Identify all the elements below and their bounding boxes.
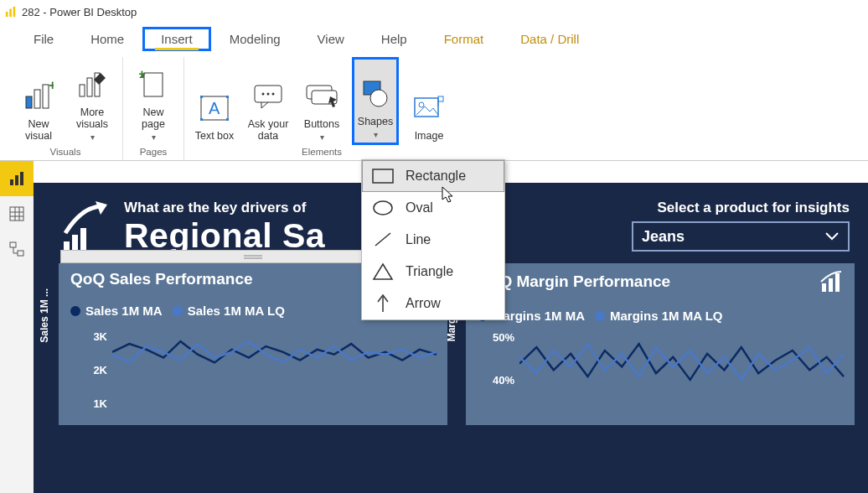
- app-icon: [5, 6, 17, 18]
- y-ticks: 3K2K1K: [80, 319, 107, 420]
- menu-view[interactable]: View: [299, 27, 363, 51]
- menu-bar: File Home Insert Modeling View Help Form…: [0, 23, 868, 54]
- arrow-icon: [372, 294, 394, 313]
- card-title: QoQ Sales Performance: [70, 270, 253, 288]
- model-icon: [8, 241, 25, 257]
- svg-rect-26: [415, 98, 438, 117]
- chevron-down-icon: ▾: [374, 131, 378, 139]
- legend-dot: [595, 311, 605, 321]
- label: Text box: [195, 130, 235, 142]
- ribbon: + New visual More visuals ▾ Visuals + Ne…: [0, 54, 868, 161]
- new-visual-button[interactable]: + New visual: [15, 57, 62, 145]
- svg-rect-13: [200, 96, 203, 98]
- bar-chart-icon: [819, 270, 843, 293]
- shapes-button[interactable]: Shapes ▾: [352, 57, 399, 145]
- legend-dot: [70, 306, 80, 316]
- label: More visuals: [69, 106, 116, 130]
- label: Ask your data: [245, 118, 292, 142]
- svg-rect-10: [144, 73, 163, 96]
- bar-chart-icon: [8, 170, 25, 187]
- menu-home[interactable]: Home: [72, 27, 142, 51]
- new-page-button[interactable]: + New page ▾: [130, 57, 177, 145]
- left-rail: [0, 161, 34, 493]
- buttons-button[interactable]: Buttons ▾: [298, 57, 345, 145]
- svg-rect-39: [18, 251, 23, 256]
- label: Image: [415, 130, 444, 142]
- menu-datadrill[interactable]: Data / Drill: [502, 27, 597, 51]
- shapes-oval[interactable]: Oval: [362, 192, 504, 224]
- svg-rect-14: [226, 96, 229, 98]
- speech-icon: [253, 83, 283, 110]
- svg-point-19: [262, 93, 265, 96]
- product-dropdown[interactable]: Jeans: [632, 221, 850, 252]
- svg-rect-16: [226, 118, 229, 121]
- svg-point-27: [419, 102, 424, 107]
- svg-rect-50: [373, 169, 393, 183]
- svg-line-52: [375, 233, 390, 246]
- menu-modeling[interactable]: Modeling: [211, 27, 299, 51]
- image-icon: [413, 95, 445, 122]
- report-view-button[interactable]: [0, 161, 34, 196]
- svg-point-20: [267, 93, 270, 96]
- more-visuals-button[interactable]: More visuals ▾: [69, 57, 116, 145]
- svg-text:+: +: [139, 70, 146, 80]
- svg-text:+: +: [49, 81, 54, 92]
- y-axis-label: Sales 1M ...: [39, 288, 50, 343]
- menu-file[interactable]: File: [15, 27, 72, 51]
- shapes-dropdown-menu: Rectangle Oval Line Triangle Arrow: [361, 159, 505, 320]
- y-ticks: 50%40%: [488, 324, 514, 425]
- menu-help[interactable]: Help: [363, 27, 426, 51]
- svg-point-51: [374, 201, 392, 215]
- shapes-arrow[interactable]: Arrow: [362, 288, 504, 319]
- svg-rect-32: [20, 172, 23, 185]
- cursor-icon: [442, 186, 457, 205]
- text-box-button[interactable]: A Text box: [191, 57, 238, 145]
- chart-pen-icon: [77, 70, 107, 100]
- ribbon-group-visuals: + New visual More visuals ▾ Visuals: [8, 57, 123, 160]
- triangle-icon: [372, 262, 394, 281]
- svg-rect-2: [13, 7, 16, 17]
- svg-rect-47: [822, 283, 826, 292]
- group-label: Visuals: [50, 145, 81, 160]
- line-chart: [112, 319, 437, 401]
- svg-point-25: [370, 90, 387, 106]
- data-view-button[interactable]: [0, 196, 34, 231]
- card-title: QoQ Margin Performance: [478, 272, 670, 291]
- group-label: Pages: [140, 145, 168, 160]
- svg-rect-33: [10, 207, 23, 221]
- menu-format[interactable]: Format: [426, 27, 503, 51]
- group-label: Elements: [302, 145, 342, 160]
- new-page-icon: +: [139, 70, 168, 100]
- svg-rect-8: [87, 78, 92, 96]
- ribbon-group-pages: + New page ▾ Pages: [123, 57, 184, 160]
- svg-rect-0: [6, 12, 8, 17]
- svg-rect-15: [200, 118, 203, 121]
- dropdown-value: Jeans: [642, 228, 685, 246]
- shapes-icon: [360, 80, 390, 108]
- svg-rect-1: [9, 9, 12, 18]
- label: Buttons: [304, 118, 339, 130]
- table-icon: [8, 205, 25, 222]
- arrow-chart-icon: [59, 200, 112, 257]
- image-button[interactable]: Image: [406, 57, 452, 145]
- shapes-triangle[interactable]: Triangle: [362, 256, 504, 288]
- legend: Margins 1M MA Margins 1M MA LQ: [466, 300, 855, 324]
- shapes-rectangle[interactable]: Rectangle: [362, 160, 504, 192]
- svg-rect-38: [10, 242, 16, 247]
- ribbon-group-elements: A Text box Ask your data Buttons ▾ Shape…: [184, 57, 459, 160]
- shapes-line[interactable]: Line: [362, 224, 504, 256]
- legend-dot: [173, 306, 183, 316]
- model-view-button[interactable]: [0, 231, 34, 267]
- select-label: Select a product for insights: [657, 200, 850, 216]
- ask-your-data-button[interactable]: Ask your data: [245, 57, 292, 145]
- svg-rect-48: [829, 278, 833, 292]
- line-icon: [372, 231, 394, 249]
- menu-insert[interactable]: Insert: [142, 27, 211, 51]
- margin-card[interactable]: QoQ Margin Performance Margins 1M MA Mar…: [466, 263, 855, 425]
- chart-area: Margins 1M ... 50%40%: [466, 324, 855, 425]
- label: New page: [130, 106, 177, 130]
- svg-rect-49: [835, 273, 840, 292]
- svg-rect-3: [26, 96, 32, 108]
- label: New visual: [15, 118, 62, 142]
- svg-point-21: [272, 93, 275, 96]
